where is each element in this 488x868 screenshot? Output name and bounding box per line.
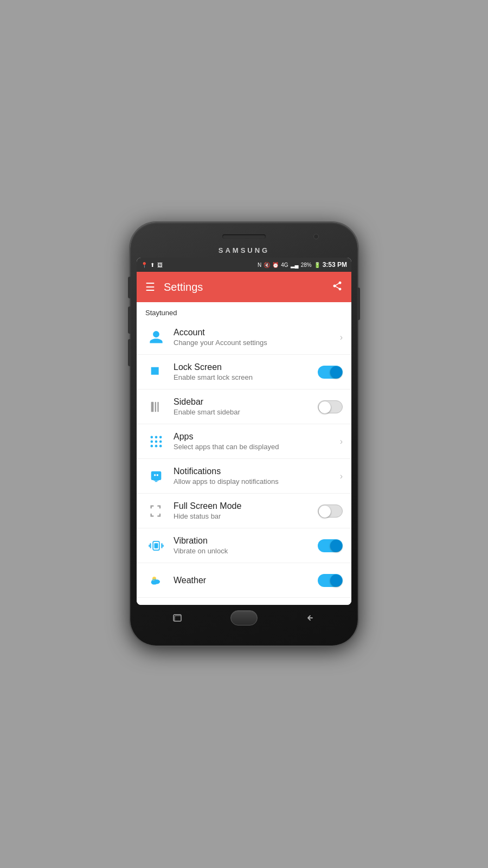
volume-up-button[interactable] (128, 277, 131, 298)
vibration-control[interactable] (318, 539, 343, 552)
apps-control: › (340, 437, 343, 446)
status-left-icons: 📍 ⬆ 🖼 (141, 262, 163, 268)
volume-down-button[interactable] (128, 307, 131, 334)
notifications-chevron: › (340, 471, 343, 481)
svg-point-14 (157, 474, 159, 476)
notifications-title: Notifications (174, 467, 340, 476)
phone-screen: 📍 ⬆ 🖼 N 🔇 ⏰ 4G ▂▄ 28% 🔋 3:53 PM ☰ Settin… (137, 258, 351, 605)
app-title: Settings (164, 281, 332, 293)
home-button[interactable] (230, 610, 258, 626)
signal-bars: ▂▄ (291, 262, 299, 268)
mute-icon: 🔇 (264, 262, 270, 268)
lock-screen-control[interactable] (318, 366, 343, 379)
notifications-text: Notifications Allow apps to display noti… (174, 467, 340, 486)
account-control: › (340, 333, 343, 342)
settings-item-notifications[interactable]: Notifications Allow apps to display noti… (137, 459, 351, 494)
weather-toggle[interactable] (318, 574, 343, 587)
back-button[interactable] (301, 612, 319, 624)
fullscreen-subtitle: Hide status bar (174, 512, 318, 520)
apps-chevron: › (340, 437, 343, 446)
settings-item-weather[interactable]: Weather (137, 563, 351, 598)
speaker-grille (222, 234, 266, 239)
phone-bottom-nav (137, 608, 351, 628)
settings-item-fullscreen[interactable]: Full Screen Mode Hide status bar (137, 494, 351, 528)
svg-point-5 (159, 436, 162, 438)
sidebar-subtitle: Enable smart sidebar (174, 408, 318, 416)
lock-screen-text: Lock Screen Enable smart lock screen (174, 362, 318, 381)
sidebar-toggle[interactable] (318, 400, 343, 413)
sidebar-title: Sidebar (174, 397, 318, 407)
apps-subtitle: Select apps that can be displayed (174, 443, 340, 451)
svg-point-11 (159, 444, 162, 447)
share-icon[interactable] (332, 280, 343, 294)
location-icon: 📍 (141, 262, 147, 268)
menu-icon[interactable]: ☰ (145, 280, 155, 293)
apps-text: Apps Select apps that can be displayed (174, 432, 340, 451)
account-subtitle: Change your Account settings (174, 339, 340, 347)
account-chevron: › (340, 333, 343, 342)
fullscreen-toggle-track (318, 505, 343, 518)
sidebar-toggle-thumb (319, 401, 331, 413)
settings-item-lock-screen[interactable]: Lock Screen Enable smart lock screen (137, 355, 351, 390)
settings-item-vibration[interactable]: Vibration Vibrate on unlock (137, 528, 351, 563)
fullscreen-toggle[interactable] (318, 505, 343, 518)
settings-item-apps[interactable]: Apps Select apps that can be displayed › (137, 424, 351, 459)
fullscreen-icon (145, 503, 167, 519)
apps-title: Apps (174, 432, 340, 442)
weather-toggle-thumb (330, 575, 342, 586)
phone-device: SAMSUNG 📍 ⬆ 🖼 N 🔇 ⏰ 4G ▂▄ 28% 🔋 3:53 PM … (130, 222, 358, 646)
svg-point-6 (151, 440, 153, 443)
svg-rect-1 (155, 401, 156, 412)
lock-screen-toggle-track (318, 366, 343, 379)
weather-text: Weather (174, 576, 318, 585)
svg-rect-2 (157, 401, 158, 412)
status-time: 3:53 PM (323, 261, 347, 269)
image-icon: 🖼 (157, 262, 163, 268)
fullscreen-control[interactable] (318, 505, 343, 518)
svg-rect-0 (151, 401, 154, 412)
nfc-icon: N (258, 262, 261, 268)
sidebar-control[interactable] (318, 400, 343, 413)
apps-icon (145, 434, 167, 449)
svg-point-3 (151, 436, 153, 438)
recents-button[interactable] (169, 612, 187, 624)
settings-item-sidebar[interactable]: Sidebar Enable smart sidebar (137, 390, 351, 424)
vibration-toggle[interactable] (318, 539, 343, 552)
notifications-icon (145, 469, 167, 484)
sidebar-text: Sidebar Enable smart sidebar (174, 397, 318, 416)
settings-content: Staytuned Account Change your Account se… (137, 302, 351, 605)
account-text: Account Change your Account settings (174, 328, 340, 347)
app-bar: ☰ Settings (137, 272, 351, 302)
alarm-icon: ⏰ (272, 262, 279, 268)
settings-item-account[interactable]: Account Change your Account settings › (137, 320, 351, 355)
lock-screen-toggle[interactable] (318, 366, 343, 379)
upload-icon: ⬆ (150, 262, 155, 268)
fullscreen-toggle-thumb (319, 506, 331, 518)
fullscreen-text: Full Screen Mode Hide status bar (174, 501, 318, 520)
lock-screen-title: Lock Screen (174, 362, 318, 372)
phone-top-bar (137, 229, 351, 244)
svg-point-10 (155, 444, 158, 447)
battery-percent: 28% (301, 262, 312, 268)
sidebar-icon (145, 399, 167, 414)
network-icon: 4G (281, 262, 288, 268)
notifications-control: › (340, 471, 343, 481)
vibration-toggle-thumb (330, 540, 342, 552)
power-button[interactable] (357, 288, 360, 320)
brand-label: SAMSUNG (137, 244, 351, 258)
account-icon (145, 330, 167, 345)
weather-control[interactable] (318, 574, 343, 587)
weather-title: Weather (174, 576, 318, 585)
vibration-toggle-track (318, 539, 343, 552)
notifications-subtitle: Allow apps to display notifications (174, 477, 340, 486)
bixby-button[interactable] (128, 339, 131, 366)
lock-screen-subtitle: Enable smart lock screen (174, 373, 318, 381)
settings-item-units[interactable]: Units °C °F (137, 598, 351, 605)
sidebar-toggle-track (318, 400, 343, 413)
status-bar: 📍 ⬆ 🖼 N 🔇 ⏰ 4G ▂▄ 28% 🔋 3:53 PM (137, 258, 351, 272)
vibration-subtitle: Vibrate on unlock (174, 547, 318, 555)
vibration-icon (145, 538, 167, 553)
svg-point-9 (151, 444, 153, 447)
weather-icon (145, 573, 167, 588)
section-header: Staytuned (137, 302, 351, 320)
